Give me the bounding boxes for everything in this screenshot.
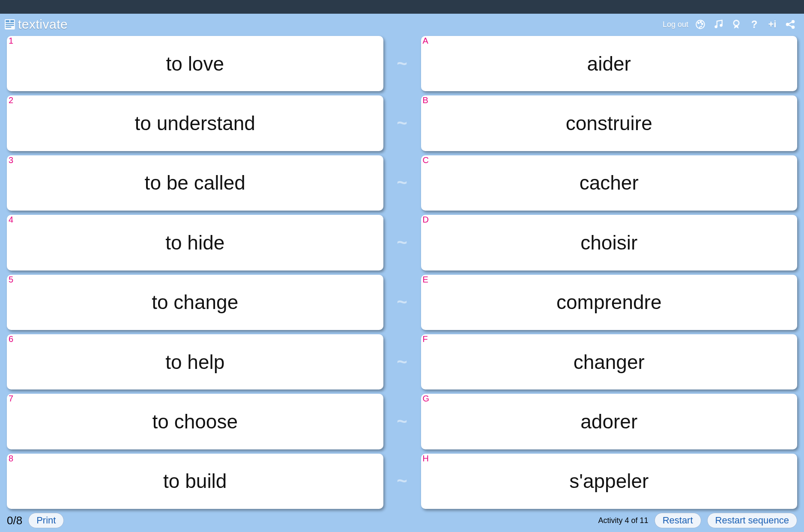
- right-card[interactable]: adorer: [421, 394, 798, 449]
- restart-sequence-button[interactable]: Restart sequence: [707, 513, 797, 528]
- brand[interactable]: textivate: [4, 17, 68, 32]
- right-card-wrap: Dchoisir: [421, 215, 798, 270]
- left-card-text: to build: [163, 470, 227, 493]
- right-card-text: comprendre: [556, 291, 661, 314]
- palette-icon[interactable]: [694, 18, 706, 30]
- right-card-wrap: Hs'appeler: [421, 454, 798, 509]
- left-card-wrap: 6to help: [7, 334, 383, 389]
- match-tilde-icon: ~: [397, 394, 407, 449]
- share-icon[interactable]: [784, 18, 796, 30]
- svg-text:?: ?: [751, 19, 758, 30]
- right-card-text: cacher: [580, 171, 639, 194]
- left-card-tag: 3: [9, 155, 13, 165]
- left-card[interactable]: to build: [7, 454, 383, 509]
- right-card[interactable]: comprendre: [421, 275, 798, 330]
- help-icon[interactable]: ?: [748, 18, 760, 30]
- footer-right: Activity 4 of 11 Restart Restart sequenc…: [598, 513, 797, 528]
- right-card-tag: B: [423, 95, 428, 105]
- left-card-tag: 5: [9, 275, 13, 285]
- right-card[interactable]: changer: [421, 334, 798, 389]
- left-card[interactable]: to hide: [7, 215, 383, 270]
- match-tilde-icon: ~: [397, 275, 407, 330]
- matching-game-area: 1to love2to understand3to be called4to h…: [0, 34, 804, 509]
- score-display: 0/8: [7, 514, 22, 527]
- right-card-wrap: Fchanger: [421, 334, 798, 389]
- left-card-text: to help: [165, 351, 224, 374]
- print-button[interactable]: Print: [28, 513, 64, 528]
- right-card-text: adorer: [580, 410, 637, 433]
- right-card-tag: E: [423, 275, 428, 285]
- svg-rect-4: [6, 25, 14, 26]
- svg-point-7: [698, 22, 699, 24]
- right-card-wrap: Aaider: [421, 36, 798, 91]
- left-card-text: to choose: [152, 410, 238, 433]
- left-card-tag: 7: [9, 394, 13, 404]
- svg-point-8: [700, 21, 702, 23]
- left-card[interactable]: to love: [7, 36, 383, 91]
- music-icon[interactable]: [712, 18, 724, 30]
- left-card-wrap: 3to be called: [7, 155, 383, 211]
- info-plus-icon[interactable]: +i: [766, 18, 778, 30]
- left-card[interactable]: to help: [7, 334, 383, 389]
- left-card-text: to hide: [165, 231, 224, 254]
- svg-line-17: [789, 22, 792, 24]
- match-tilde-icon: ~: [397, 95, 407, 151]
- match-tilde-icon: ~: [397, 454, 407, 509]
- right-card-text: construire: [566, 112, 652, 135]
- svg-rect-5: [6, 27, 11, 27]
- right-card-text: s'appeler: [569, 470, 649, 493]
- right-card-tag: A: [423, 36, 428, 46]
- right-card-wrap: Gadorer: [421, 394, 798, 449]
- right-card[interactable]: aider: [421, 36, 798, 91]
- right-card[interactable]: choisir: [421, 215, 798, 270]
- left-card-tag: 2: [9, 95, 13, 105]
- right-card[interactable]: cacher: [421, 155, 798, 211]
- award-icon[interactable]: [730, 18, 742, 30]
- header-toolbar: Log out ? +i: [663, 18, 796, 30]
- brand-logo-icon: [4, 19, 15, 30]
- left-card-text: to understand: [135, 112, 255, 135]
- left-card[interactable]: to understand: [7, 95, 383, 151]
- right-card[interactable]: s'appeler: [421, 454, 798, 509]
- footer-left: 0/8 Print: [7, 513, 64, 528]
- browser-top-strip: [0, 0, 804, 14]
- svg-line-18: [789, 25, 792, 27]
- right-card-tag: G: [423, 394, 430, 404]
- app-header: textivate Log out ? +i: [0, 14, 804, 34]
- left-card[interactable]: to change: [7, 275, 383, 330]
- left-card-wrap: 7to choose: [7, 394, 383, 449]
- left-card-tag: 6: [9, 334, 13, 344]
- right-card-tag: D: [423, 215, 429, 225]
- footer-bar: 0/8 Print Activity 4 of 11 Restart Resta…: [0, 509, 804, 532]
- left-card-tag: 4: [9, 215, 13, 225]
- activity-counter: Activity 4 of 11: [598, 516, 649, 525]
- right-card-wrap: Ccacher: [421, 155, 798, 211]
- brand-name: textivate: [18, 17, 68, 32]
- left-card-text: to be called: [145, 171, 245, 194]
- svg-rect-3: [6, 23, 14, 24]
- svg-rect-2: [10, 20, 14, 22]
- svg-point-9: [702, 23, 703, 24]
- right-card-text: changer: [574, 351, 645, 374]
- right-card-text: aider: [587, 52, 631, 75]
- left-card-wrap: 8to build: [7, 454, 383, 509]
- left-card[interactable]: to be called: [7, 155, 383, 211]
- right-card-wrap: Bconstruire: [421, 95, 798, 151]
- right-card-wrap: Ecomprendre: [421, 275, 798, 330]
- left-card-text: to love: [166, 52, 224, 75]
- left-column: 1to love2to understand3to be called4to h…: [7, 36, 383, 509]
- right-card-tag: H: [423, 454, 429, 464]
- left-card-text: to change: [152, 291, 238, 314]
- logout-link[interactable]: Log out: [663, 20, 688, 29]
- restart-button[interactable]: Restart: [655, 513, 701, 528]
- match-tilde-icon: ~: [397, 36, 407, 91]
- left-card-wrap: 1to love: [7, 36, 383, 91]
- left-card[interactable]: to choose: [7, 394, 383, 449]
- left-card-tag: 8: [9, 454, 13, 464]
- svg-point-10: [714, 25, 717, 28]
- left-card-tag: 1: [9, 36, 13, 46]
- match-tilde-icon: ~: [397, 215, 407, 270]
- right-column: AaiderBconstruireCcacherDchoisirEcompren…: [421, 36, 798, 509]
- separator-column: ~~~~~~~~: [394, 36, 411, 509]
- right-card[interactable]: construire: [421, 95, 798, 151]
